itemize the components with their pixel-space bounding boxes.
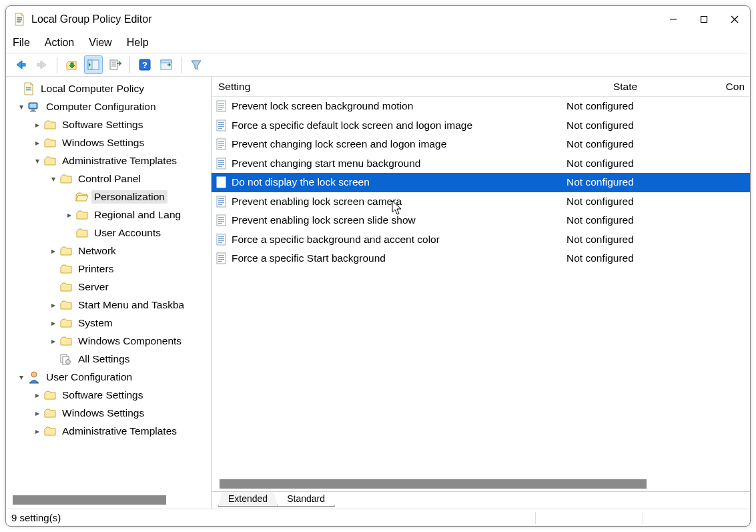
menu-bar: File Action View Help (6, 33, 750, 53)
setting-row[interactable]: Force a specific default lock screen and… (212, 116, 750, 136)
svg-rect-72 (218, 259, 224, 260)
policy-setting-icon (216, 158, 228, 170)
tree-control-panel[interactable]: ▾ Control Panel (7, 170, 211, 188)
svg-rect-35 (218, 122, 224, 123)
menu-file[interactable]: File (13, 37, 30, 49)
filter-button[interactable] (187, 55, 206, 74)
svg-rect-4 (701, 17, 707, 23)
tree-label: System (75, 316, 115, 330)
tree-user-accounts[interactable]: User Accounts (7, 224, 211, 242)
svg-text:?: ? (142, 60, 147, 70)
setting-name: Force a specific default lock screen and… (232, 119, 472, 131)
tree-label: Personalization (91, 190, 167, 204)
tree-uc-admin[interactable]: ▸ Administrative Templates (7, 422, 211, 440)
tree-all-settings[interactable]: All Settings (7, 350, 211, 368)
svg-rect-51 (218, 181, 224, 182)
chevron-right-icon: ▸ (31, 427, 43, 436)
help-button[interactable]: ? (135, 55, 154, 74)
setting-row[interactable]: Prevent changing lock screen and logon i… (212, 135, 750, 154)
close-button[interactable] (719, 6, 750, 33)
tree-cc-software[interactable]: ▸ Software Settings (7, 115, 211, 134)
menu-help[interactable]: Help (127, 37, 149, 49)
setting-row[interactable]: Prevent enabling lock screen slide showN… (212, 211, 750, 230)
svg-rect-60 (218, 217, 224, 218)
forward-button[interactable] (33, 55, 51, 74)
tree-label: Windows Settings (59, 407, 147, 420)
back-button[interactable] (11, 55, 30, 74)
tree-regional[interactable]: ▸ Regional and Lang (7, 206, 211, 224)
tree-root[interactable]: Local Computer Policy (7, 79, 211, 97)
show-hide-tree-button[interactable] (84, 55, 103, 74)
tree-horizontal-scrollbar[interactable] (9, 494, 208, 506)
tree-uc-software[interactable]: ▸ Software Settings (7, 386, 211, 404)
policy-setting-icon (216, 252, 228, 264)
tree-server[interactable]: Server (7, 278, 211, 296)
menu-action[interactable]: Action (45, 37, 74, 49)
setting-state: Not configured (558, 100, 692, 112)
setting-row[interactable]: Force a specific background and accent c… (212, 230, 750, 250)
tree-personalization[interactable]: Personalization (7, 188, 211, 206)
column-header-state[interactable]: State (558, 77, 692, 96)
tree-label: Computer Configuration (43, 100, 159, 113)
chevron-right-icon: ▸ (31, 390, 43, 400)
svg-rect-56 (218, 200, 224, 201)
folder-icon (43, 119, 57, 130)
maximize-button[interactable] (689, 6, 719, 33)
minimize-button[interactable] (658, 6, 689, 33)
tree-network[interactable]: ▸ Network (7, 242, 211, 260)
column-header-setting[interactable]: Setting (212, 77, 558, 96)
svg-rect-65 (218, 236, 224, 237)
tree-label: Server (75, 280, 111, 294)
policy-setting-icon (216, 138, 228, 150)
menu-view[interactable]: View (89, 37, 111, 49)
title-bar: Local Group Policy Editor (6, 6, 750, 33)
svg-rect-37 (218, 126, 224, 127)
column-header-con[interactable]: Con (692, 77, 750, 96)
folder-icon (59, 300, 73, 310)
tree-label: Start Menu and Taskba (75, 298, 187, 312)
setting-row[interactable]: Force a specific Start backgroundNot con… (212, 249, 750, 268)
svg-rect-36 (218, 124, 224, 125)
folder-icon (43, 408, 57, 419)
tab-extended[interactable]: Extended (218, 492, 278, 507)
tree-cc-windows[interactable]: ▸ Windows Settings (7, 134, 211, 152)
folder-icon (59, 264, 73, 274)
svg-rect-30 (218, 103, 224, 103)
folder-icon (59, 336, 73, 346)
folder-icon (43, 156, 57, 166)
setting-row[interactable]: Prevent lock screen background motionNot… (212, 97, 750, 116)
setting-row[interactable]: Do not display the lock screenNot config… (212, 173, 750, 192)
tree-printers[interactable]: Printers (7, 260, 211, 278)
tab-standard[interactable]: Standard (277, 492, 335, 507)
svg-rect-29 (217, 101, 226, 111)
setting-state: Not configured (558, 196, 692, 208)
setting-row[interactable]: Prevent enabling lock screen cameraNot c… (212, 192, 750, 212)
svg-rect-18 (161, 60, 171, 63)
chevron-down-icon: ▾ (31, 156, 43, 166)
settings-list[interactable]: Prevent lock screen background motionNot… (212, 97, 750, 477)
policy-setting-icon (216, 196, 228, 208)
tree-system[interactable]: ▸ System (7, 314, 211, 332)
tree-label: Software Settings (59, 388, 145, 402)
tree-win-components[interactable]: ▸ Windows Components (7, 332, 211, 350)
export-list-button[interactable] (105, 55, 124, 74)
setting-name: Prevent enabling lock screen camera (232, 196, 402, 208)
tree-user-config[interactable]: ▾ User Configuration (7, 368, 211, 386)
folder-icon (75, 228, 89, 238)
list-pane: Setting State Con Prevent lock screen ba… (212, 77, 750, 509)
tree-uc-windows[interactable]: ▸ Windows Settings (7, 404, 211, 422)
list-horizontal-scrollbar[interactable] (216, 478, 746, 490)
tree-computer-config[interactable]: ▾ Computer Configuration (7, 97, 211, 115)
up-one-level-button[interactable] (63, 55, 81, 74)
tree-cc-admin[interactable]: ▾ Administrative Templates (7, 152, 211, 170)
setting-name: Prevent lock screen background motion (232, 100, 413, 112)
properties-button[interactable] (157, 55, 175, 74)
tree-start-menu[interactable]: ▸ Start Menu and Taskba (7, 296, 211, 314)
policy-tree[interactable]: Local Computer Policy ▾ Computer Configu… (6, 79, 211, 493)
setting-state: Not configured (558, 214, 692, 226)
setting-row[interactable]: Prevent changing start menu backgroundNo… (212, 154, 750, 174)
chevron-right-icon: ▸ (47, 246, 59, 256)
gpedit-window: Local Group Policy Editor File Action Vi… (5, 5, 751, 527)
svg-rect-41 (218, 143, 224, 144)
policy-setting-icon (216, 119, 228, 131)
